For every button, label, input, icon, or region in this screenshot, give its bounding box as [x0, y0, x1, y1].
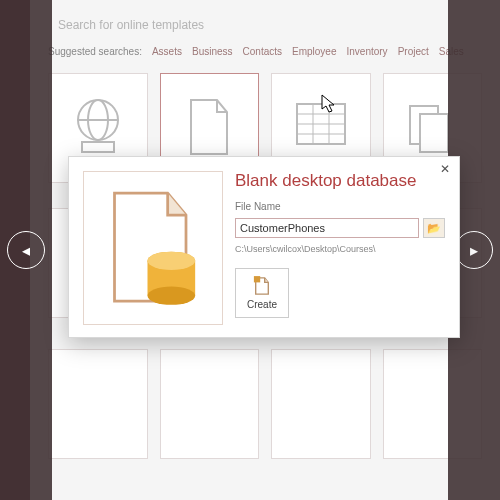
chevron-right-icon: ▸ — [470, 241, 478, 260]
create-label: Create — [247, 299, 277, 310]
suggested-link-project[interactable]: Project — [398, 46, 429, 57]
suggested-link-assets[interactable]: Assets — [152, 46, 182, 57]
browse-button[interactable]: 📂 — [423, 218, 445, 238]
new-database-dialog: ✕ Blank desktop database File Name 📂 C:\… — [68, 156, 460, 338]
prev-button[interactable]: ◂ — [7, 231, 45, 269]
dialog-form: Blank desktop database File Name 📂 C:\Us… — [235, 171, 445, 325]
close-button[interactable]: ✕ — [437, 161, 453, 177]
suggested-link-business[interactable]: Business — [192, 46, 233, 57]
blank-db-icon — [98, 183, 208, 313]
document-icon — [179, 96, 239, 160]
folder-icon: 📂 — [427, 222, 441, 235]
chevron-left-icon: ◂ — [22, 241, 30, 260]
suggested-link-contacts[interactable]: Contacts — [243, 46, 282, 57]
template-tile[interactable] — [271, 349, 371, 459]
svg-point-25 — [148, 252, 196, 270]
filename-input[interactable] — [235, 218, 419, 238]
create-button[interactable]: Create — [235, 268, 289, 318]
svg-rect-11 — [420, 114, 448, 152]
globe-icon — [68, 96, 128, 160]
template-tile[interactable] — [48, 349, 148, 459]
filename-label: File Name — [235, 201, 445, 212]
next-button[interactable]: ▸ — [455, 231, 493, 269]
template-grid-row3 — [48, 349, 482, 459]
new-file-icon — [253, 276, 271, 296]
svg-rect-3 — [82, 142, 114, 152]
file-path: C:\Users\cwilcox\Desktop\Courses\ — [235, 244, 445, 254]
svg-rect-26 — [254, 276, 260, 282]
suggested-label: Suggested searches: — [48, 46, 142, 57]
template-preview — [83, 171, 223, 325]
carousel-left-overlay: ◂ — [0, 0, 52, 500]
close-icon: ✕ — [440, 162, 450, 176]
suggested-link-inventory[interactable]: Inventory — [346, 46, 387, 57]
template-tile[interactable] — [160, 349, 260, 459]
svg-point-24 — [148, 287, 196, 305]
dialog-title: Blank desktop database — [235, 171, 445, 191]
suggested-searches: Suggested searches: Assets Business Cont… — [48, 46, 482, 67]
search-placeholder[interactable]: Search for online templates — [48, 0, 482, 46]
table-icon — [291, 96, 351, 160]
suggested-link-employee[interactable]: Employee — [292, 46, 336, 57]
